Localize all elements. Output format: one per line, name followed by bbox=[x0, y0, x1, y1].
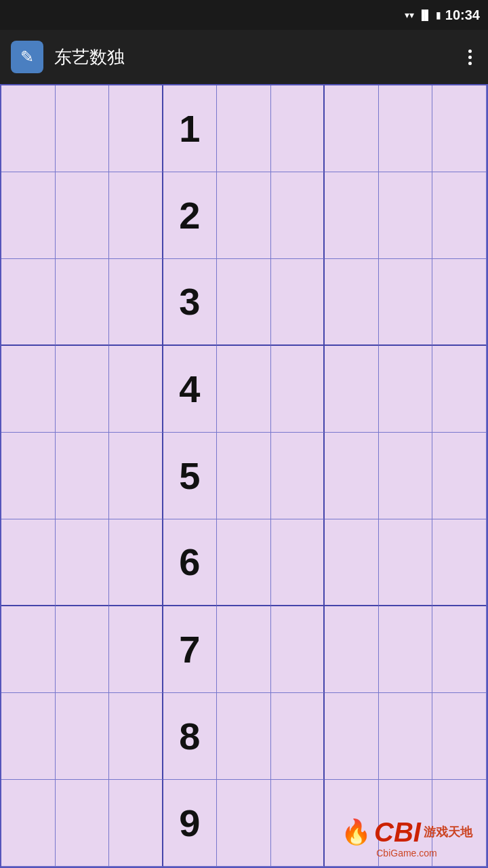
cell-r5-c5[interactable] bbox=[217, 433, 271, 519]
cell-r9-c4[interactable]: 9 bbox=[163, 780, 218, 867]
cell-r3-c4[interactable]: 3 bbox=[163, 259, 218, 346]
cell-r8-c8[interactable] bbox=[379, 693, 433, 780]
cell-r7-c2[interactable] bbox=[56, 606, 110, 693]
pencil-icon: ✎ bbox=[20, 47, 34, 66]
cell-r5-c8[interactable] bbox=[379, 433, 433, 519]
cell-number-r9-c4: 9 bbox=[179, 804, 200, 842]
cell-r4-c5[interactable] bbox=[217, 346, 271, 433]
cell-r3-c8[interactable] bbox=[379, 259, 433, 346]
app-toolbar: ✎ 东艺数独 bbox=[0, 30, 488, 84]
cell-r8-c4[interactable]: 8 bbox=[163, 693, 218, 780]
cell-r9-c8[interactable] bbox=[379, 780, 433, 867]
cell-r4-c7[interactable] bbox=[325, 346, 379, 433]
cell-r6-c8[interactable] bbox=[379, 519, 433, 606]
cell-r1-c4[interactable]: 1 bbox=[163, 85, 218, 172]
cell-r1-c8[interactable] bbox=[379, 85, 433, 172]
cell-r3-c5[interactable] bbox=[217, 259, 271, 346]
cell-r1-c5[interactable] bbox=[217, 85, 271, 172]
cell-r2-c5[interactable] bbox=[217, 172, 271, 259]
status-icons: ▾▾ ▐▌ ▮ 10:34 bbox=[405, 7, 480, 23]
sudoku-container: 123456789 🔥 CBI 游戏天地 CbiGame.com bbox=[0, 84, 488, 868]
cell-r2-c6[interactable] bbox=[271, 172, 325, 259]
cell-r8-c5[interactable] bbox=[217, 693, 271, 780]
cell-r1-c9[interactable] bbox=[432, 85, 487, 172]
cell-r3-c2[interactable] bbox=[56, 259, 110, 346]
cell-r3-c1[interactable] bbox=[1, 259, 56, 346]
cell-r7-c4[interactable]: 7 bbox=[163, 606, 218, 693]
menu-button[interactable] bbox=[463, 44, 477, 71]
cell-r1-c7[interactable] bbox=[325, 85, 379, 172]
wifi-icon: ▾▾ bbox=[405, 9, 414, 20]
cell-number-r1-c4: 1 bbox=[179, 110, 200, 148]
cell-r5-c3[interactable] bbox=[109, 433, 163, 519]
cell-r9-c5[interactable] bbox=[217, 780, 271, 867]
cell-r6-c6[interactable] bbox=[271, 519, 325, 606]
cell-r3-c3[interactable] bbox=[109, 259, 163, 346]
cell-r2-c8[interactable] bbox=[379, 172, 433, 259]
cell-r7-c1[interactable] bbox=[1, 606, 56, 693]
cell-r7-c8[interactable] bbox=[379, 606, 433, 693]
cell-r2-c1[interactable] bbox=[1, 172, 56, 259]
cell-r8-c3[interactable] bbox=[109, 693, 163, 780]
cell-r6-c7[interactable] bbox=[325, 519, 379, 606]
cell-r5-c2[interactable] bbox=[56, 433, 110, 519]
cell-r7-c3[interactable] bbox=[109, 606, 163, 693]
cell-r2-c2[interactable] bbox=[56, 172, 110, 259]
cell-r7-c6[interactable] bbox=[271, 606, 325, 693]
cell-r9-c6[interactable] bbox=[271, 780, 325, 867]
cell-r4-c6[interactable] bbox=[271, 346, 325, 433]
app-title: 东艺数独 bbox=[54, 45, 452, 69]
cell-r4-c2[interactable] bbox=[56, 346, 110, 433]
cell-r9-c1[interactable] bbox=[1, 780, 56, 867]
cell-r4-c4[interactable]: 4 bbox=[163, 346, 218, 433]
cell-r6-c9[interactable] bbox=[432, 519, 487, 606]
cell-r6-c1[interactable] bbox=[1, 519, 56, 606]
cell-r6-c2[interactable] bbox=[56, 519, 110, 606]
cell-r7-c7[interactable] bbox=[325, 606, 379, 693]
cell-r9-c7[interactable] bbox=[325, 780, 379, 867]
status-time: 10:34 bbox=[445, 7, 480, 23]
cell-r3-c9[interactable] bbox=[432, 259, 487, 346]
cell-number-r3-c4: 3 bbox=[179, 283, 200, 321]
menu-dot-2 bbox=[468, 56, 472, 59]
cell-r8-c9[interactable] bbox=[432, 693, 487, 780]
cell-r9-c9[interactable] bbox=[432, 780, 487, 867]
cell-r2-c4[interactable]: 2 bbox=[163, 172, 218, 259]
cell-r1-c1[interactable] bbox=[1, 85, 56, 172]
cell-r7-c9[interactable] bbox=[432, 606, 487, 693]
cell-r6-c5[interactable] bbox=[217, 519, 271, 606]
cell-r4-c9[interactable] bbox=[432, 346, 487, 433]
cell-r1-c3[interactable] bbox=[109, 85, 163, 172]
cell-r8-c1[interactable] bbox=[1, 693, 56, 780]
battery-icon: ▮ bbox=[436, 9, 441, 20]
cell-r7-c5[interactable] bbox=[217, 606, 271, 693]
cell-r4-c3[interactable] bbox=[109, 346, 163, 433]
cell-r4-c8[interactable] bbox=[379, 346, 433, 433]
cell-r2-c7[interactable] bbox=[325, 172, 379, 259]
cell-number-r5-c4: 5 bbox=[179, 457, 200, 495]
cell-r2-c9[interactable] bbox=[432, 172, 487, 259]
sudoku-grid: 123456789 bbox=[0, 84, 488, 868]
cell-r5-c9[interactable] bbox=[432, 433, 487, 519]
cell-r1-c2[interactable] bbox=[56, 85, 110, 172]
cell-r6-c3[interactable] bbox=[109, 519, 163, 606]
cell-r3-c6[interactable] bbox=[271, 259, 325, 346]
app-icon-box: ✎ bbox=[11, 41, 43, 73]
cell-r5-c6[interactable] bbox=[271, 433, 325, 519]
cell-r3-c7[interactable] bbox=[325, 259, 379, 346]
menu-dot-3 bbox=[468, 62, 472, 65]
cell-r2-c3[interactable] bbox=[109, 172, 163, 259]
cell-r8-c7[interactable] bbox=[325, 693, 379, 780]
cell-r1-c6[interactable] bbox=[271, 85, 325, 172]
cell-number-r8-c4: 8 bbox=[179, 717, 200, 755]
cell-r6-c4[interactable]: 6 bbox=[163, 519, 218, 606]
cell-number-r7-c4: 7 bbox=[179, 631, 200, 669]
cell-r8-c2[interactable] bbox=[56, 693, 110, 780]
cell-r4-c1[interactable] bbox=[1, 346, 56, 433]
cell-r5-c7[interactable] bbox=[325, 433, 379, 519]
cell-r9-c2[interactable] bbox=[56, 780, 110, 867]
cell-r8-c6[interactable] bbox=[271, 693, 325, 780]
cell-r9-c3[interactable] bbox=[109, 780, 163, 867]
cell-r5-c1[interactable] bbox=[1, 433, 56, 519]
cell-r5-c4[interactable]: 5 bbox=[163, 433, 218, 519]
